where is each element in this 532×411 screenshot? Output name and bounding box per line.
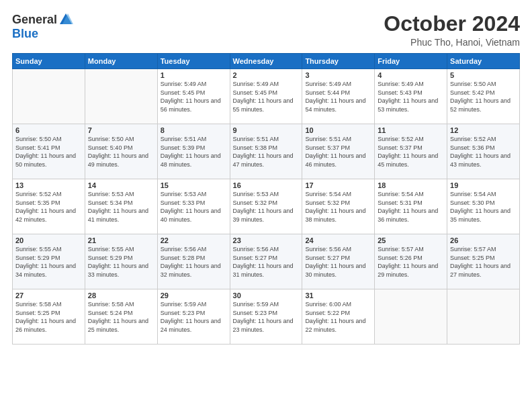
calendar-cell (85, 69, 157, 124)
day-number: 10 (305, 126, 371, 134)
title-block: October 2024 Phuc Tho, Hanoi, Vietnam (384, 12, 520, 48)
day-number: 30 (233, 291, 300, 300)
day-number: 24 (305, 236, 371, 244)
calendar-cell: 3Sunrise: 5:49 AM Sunset: 5:44 PM Daylig… (302, 69, 375, 124)
logo-general-text: General (12, 13, 57, 27)
day-number: 16 (233, 181, 300, 189)
subtitle: Phuc Tho, Hanoi, Vietnam (384, 37, 520, 48)
day-number: 12 (450, 126, 517, 134)
day-number: 29 (161, 291, 227, 300)
calendar-cell: 11Sunrise: 5:52 AM Sunset: 5:37 PM Dayli… (375, 124, 447, 179)
calendar-cell (13, 69, 85, 124)
calendar-cell: 21Sunrise: 5:55 AM Sunset: 5:29 PM Dayli… (85, 234, 157, 289)
day-detail: Sunrise: 5:49 AM Sunset: 5:43 PM Dayligh… (378, 80, 444, 113)
day-number: 27 (15, 291, 82, 300)
calendar-cell: 27Sunrise: 5:58 AM Sunset: 5:25 PM Dayli… (13, 289, 85, 345)
day-detail: Sunrise: 5:52 AM Sunset: 5:36 PM Dayligh… (450, 135, 517, 169)
calendar-cell: 13Sunrise: 5:52 AM Sunset: 5:35 PM Dayli… (13, 179, 85, 234)
week-row-2: 6Sunrise: 5:50 AM Sunset: 5:41 PM Daylig… (13, 124, 520, 179)
day-number: 2 (233, 71, 300, 79)
calendar-cell: 28Sunrise: 5:58 AM Sunset: 5:24 PM Dayli… (85, 289, 157, 345)
day-number: 21 (88, 236, 154, 244)
weekday-header-wednesday: Wednesday (230, 54, 302, 69)
calendar-cell: 24Sunrise: 5:56 AM Sunset: 5:27 PM Dayli… (302, 234, 375, 289)
day-number: 6 (15, 126, 82, 134)
day-detail: Sunrise: 5:53 AM Sunset: 5:32 PM Dayligh… (233, 190, 300, 224)
day-detail: Sunrise: 5:56 AM Sunset: 5:27 PM Dayligh… (233, 245, 300, 279)
day-detail: Sunrise: 6:00 AM Sunset: 5:22 PM Dayligh… (305, 300, 371, 334)
day-number: 20 (15, 236, 82, 244)
logo-blue-text: Blue (12, 27, 38, 41)
day-detail: Sunrise: 5:49 AM Sunset: 5:45 PM Dayligh… (161, 80, 227, 113)
calendar-cell (447, 289, 520, 345)
header: General Blue October 2024 Phuc Tho, Hano… (12, 12, 520, 48)
day-detail: Sunrise: 5:56 AM Sunset: 5:28 PM Dayligh… (161, 245, 227, 279)
day-detail: Sunrise: 5:54 AM Sunset: 5:32 PM Dayligh… (305, 190, 371, 224)
calendar-cell: 6Sunrise: 5:50 AM Sunset: 5:41 PM Daylig… (13, 124, 85, 179)
day-detail: Sunrise: 5:55 AM Sunset: 5:29 PM Dayligh… (15, 245, 82, 279)
day-detail: Sunrise: 5:52 AM Sunset: 5:37 PM Dayligh… (378, 135, 444, 169)
day-number: 26 (450, 236, 517, 244)
day-detail: Sunrise: 5:57 AM Sunset: 5:26 PM Dayligh… (378, 245, 444, 279)
week-row-4: 20Sunrise: 5:55 AM Sunset: 5:29 PM Dayli… (13, 234, 520, 289)
calendar-cell: 1Sunrise: 5:49 AM Sunset: 5:45 PM Daylig… (157, 69, 230, 124)
day-detail: Sunrise: 5:50 AM Sunset: 5:40 PM Dayligh… (88, 135, 154, 169)
calendar-cell: 10Sunrise: 5:51 AM Sunset: 5:37 PM Dayli… (302, 124, 375, 179)
day-detail: Sunrise: 5:59 AM Sunset: 5:23 PM Dayligh… (161, 300, 227, 334)
day-detail: Sunrise: 5:55 AM Sunset: 5:29 PM Dayligh… (88, 245, 154, 279)
day-number: 14 (88, 181, 154, 189)
logo-icon (58, 12, 73, 27)
day-detail: Sunrise: 5:58 AM Sunset: 5:24 PM Dayligh… (88, 300, 154, 334)
calendar-cell: 7Sunrise: 5:50 AM Sunset: 5:40 PM Daylig… (85, 124, 157, 179)
day-number: 22 (161, 236, 227, 244)
day-detail: Sunrise: 5:49 AM Sunset: 5:44 PM Dayligh… (305, 80, 371, 113)
calendar-cell: 23Sunrise: 5:56 AM Sunset: 5:27 PM Dayli… (230, 234, 302, 289)
weekday-header-friday: Friday (375, 54, 447, 69)
day-number: 25 (378, 236, 444, 244)
calendar-cell: 14Sunrise: 5:53 AM Sunset: 5:34 PM Dayli… (85, 179, 157, 234)
day-detail: Sunrise: 5:58 AM Sunset: 5:25 PM Dayligh… (15, 300, 82, 334)
calendar-cell: 2Sunrise: 5:49 AM Sunset: 5:45 PM Daylig… (230, 69, 302, 124)
day-detail: Sunrise: 5:51 AM Sunset: 5:37 PM Dayligh… (305, 135, 371, 169)
day-number: 11 (378, 126, 444, 134)
calendar-cell: 8Sunrise: 5:51 AM Sunset: 5:39 PM Daylig… (157, 124, 230, 179)
calendar-cell: 18Sunrise: 5:54 AM Sunset: 5:31 PM Dayli… (375, 179, 447, 234)
day-number: 17 (305, 181, 371, 189)
logo: General Blue (12, 12, 73, 41)
week-row-3: 13Sunrise: 5:52 AM Sunset: 5:35 PM Dayli… (13, 179, 520, 234)
day-number: 3 (305, 71, 371, 79)
calendar-cell: 30Sunrise: 5:59 AM Sunset: 5:23 PM Dayli… (230, 289, 302, 345)
day-detail: Sunrise: 5:54 AM Sunset: 5:31 PM Dayligh… (378, 190, 444, 224)
calendar-cell (375, 289, 447, 345)
day-number: 19 (450, 181, 517, 189)
calendar-cell: 31Sunrise: 6:00 AM Sunset: 5:22 PM Dayli… (302, 289, 375, 345)
week-row-5: 27Sunrise: 5:58 AM Sunset: 5:25 PM Dayli… (13, 289, 520, 345)
calendar-cell: 26Sunrise: 5:57 AM Sunset: 5:25 PM Dayli… (447, 234, 520, 289)
calendar-cell: 29Sunrise: 5:59 AM Sunset: 5:23 PM Dayli… (157, 289, 230, 345)
calendar-cell: 12Sunrise: 5:52 AM Sunset: 5:36 PM Dayli… (447, 124, 520, 179)
day-detail: Sunrise: 5:56 AM Sunset: 5:27 PM Dayligh… (305, 245, 371, 279)
day-number: 23 (233, 236, 300, 244)
day-number: 28 (88, 291, 154, 300)
day-detail: Sunrise: 5:52 AM Sunset: 5:35 PM Dayligh… (15, 190, 82, 224)
day-detail: Sunrise: 5:51 AM Sunset: 5:38 PM Dayligh… (233, 135, 300, 169)
week-row-1: 1Sunrise: 5:49 AM Sunset: 5:45 PM Daylig… (13, 69, 520, 124)
weekday-header-thursday: Thursday (302, 54, 375, 69)
day-number: 1 (161, 71, 227, 79)
weekday-header-saturday: Saturday (447, 54, 520, 69)
calendar-cell: 15Sunrise: 5:53 AM Sunset: 5:33 PM Dayli… (157, 179, 230, 234)
day-number: 31 (305, 291, 371, 300)
day-detail: Sunrise: 5:59 AM Sunset: 5:23 PM Dayligh… (233, 300, 300, 334)
day-number: 7 (88, 126, 154, 134)
weekday-header-sunday: Sunday (13, 54, 85, 69)
day-detail: Sunrise: 5:53 AM Sunset: 5:33 PM Dayligh… (161, 190, 227, 224)
day-detail: Sunrise: 5:54 AM Sunset: 5:30 PM Dayligh… (450, 190, 517, 224)
calendar-cell: 16Sunrise: 5:53 AM Sunset: 5:32 PM Dayli… (230, 179, 302, 234)
day-number: 18 (378, 181, 444, 189)
weekday-header-row: SundayMondayTuesdayWednesdayThursdayFrid… (13, 54, 520, 69)
calendar-cell: 19Sunrise: 5:54 AM Sunset: 5:30 PM Dayli… (447, 179, 520, 234)
calendar-cell: 22Sunrise: 5:56 AM Sunset: 5:28 PM Dayli… (157, 234, 230, 289)
calendar: SundayMondayTuesdayWednesdayThursdayFrid… (12, 53, 520, 345)
day-detail: Sunrise: 5:53 AM Sunset: 5:34 PM Dayligh… (88, 190, 154, 224)
day-number: 9 (233, 126, 300, 134)
